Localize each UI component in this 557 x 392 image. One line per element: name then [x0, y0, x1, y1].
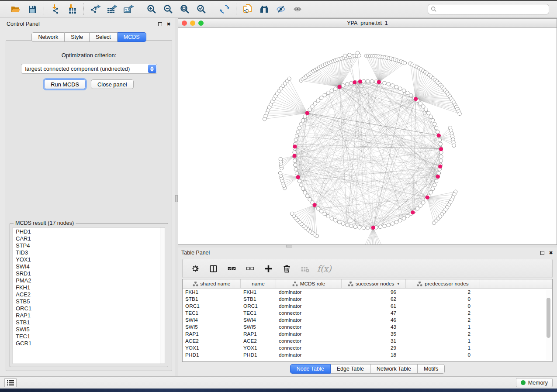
- graph-node[interactable]: [378, 225, 382, 228]
- table-row[interactable]: SWI4SWI4dominator462: [183, 316, 552, 323]
- graph-node[interactable]: [431, 187, 434, 190]
- graph-node[interactable]: [387, 223, 390, 227]
- graph-node[interactable]: [394, 220, 398, 224]
- table-row[interactable]: ACE2ACE2connector311: [183, 337, 552, 344]
- graph-node[interactable]: [398, 87, 402, 90]
- close-panel-icon[interactable]: ✖: [166, 21, 171, 27]
- graph-node[interactable]: [366, 226, 370, 230]
- gear-button[interactable]: [189, 262, 201, 275]
- mcds-result-item[interactable]: GCR1: [16, 340, 165, 347]
- zoom-selected-button[interactable]: [194, 3, 208, 16]
- graph-node[interactable]: [387, 83, 390, 86]
- graph-node[interactable]: [341, 222, 345, 225]
- mcds-hub-node[interactable]: [377, 80, 381, 84]
- optimization-criterion-select[interactable]: largest connected component (undirected): [21, 64, 157, 74]
- graph-node[interactable]: [434, 179, 438, 183]
- graph-node[interactable]: [345, 83, 349, 86]
- network-canvas[interactable]: [178, 28, 557, 244]
- graph-node[interactable]: [311, 105, 314, 108]
- graph-node[interactable]: [278, 171, 282, 175]
- graph-node[interactable]: [330, 217, 333, 220]
- graph-node[interactable]: [362, 79, 365, 83]
- mcds-result-item[interactable]: STB5: [16, 298, 165, 305]
- table-row[interactable]: PHD1PHD1dominator180: [183, 351, 552, 358]
- add-column-button[interactable]: [262, 262, 274, 275]
- graph-node[interactable]: [313, 102, 317, 105]
- graph-node[interactable]: [366, 79, 370, 83]
- export-image-button[interactable]: [121, 3, 135, 16]
- mcds-hub-node[interactable]: [426, 196, 429, 199]
- graph-node[interactable]: [434, 126, 438, 130]
- graph-node[interactable]: [337, 220, 341, 224]
- graph-node[interactable]: [290, 212, 294, 215]
- clone-network-button[interactable]: [241, 3, 255, 16]
- mcds-result-item[interactable]: PMA2: [16, 277, 165, 284]
- column-header-successor-nodes[interactable]: successor nodes▾: [342, 279, 406, 288]
- tab-motifs[interactable]: Motifs: [418, 364, 445, 374]
- graph-node[interactable]: [419, 102, 422, 105]
- graph-node[interactable]: [439, 159, 443, 162]
- export-network-button[interactable]: [88, 3, 102, 16]
- graph-node[interactable]: [362, 226, 365, 230]
- float-panel-icon[interactable]: [540, 250, 545, 255]
- graph-node[interactable]: [429, 115, 432, 118]
- graph-node[interactable]: [432, 221, 436, 225]
- import-network-button[interactable]: [48, 3, 62, 16]
- graph-node[interactable]: [305, 194, 309, 198]
- mcds-hub-node[interactable]: [338, 85, 342, 89]
- mcds-result-item[interactable]: STB1: [16, 319, 165, 326]
- scrollbar-thumb[interactable]: [547, 298, 550, 338]
- table-row[interactable]: TEC1TEC1connector472: [183, 309, 552, 316]
- mcds-result-item[interactable]: ORC1: [16, 305, 165, 312]
- graph-node[interactable]: [334, 219, 337, 222]
- graph-node[interactable]: [293, 159, 296, 162]
- column-header-MCDS-role[interactable]: MCDS role: [276, 279, 342, 288]
- float-panel-icon[interactable]: [157, 21, 163, 27]
- graph-node[interactable]: [439, 155, 443, 158]
- graph-node[interactable]: [316, 207, 320, 210]
- graph-node[interactable]: [298, 126, 301, 130]
- tab-network-table[interactable]: Network Table: [370, 364, 418, 374]
- graph-node[interactable]: [299, 122, 303, 126]
- graph-node[interactable]: [370, 79, 374, 83]
- mcds-hub-node[interactable]: [292, 154, 296, 158]
- table-row[interactable]: STB1STB1dominator620: [183, 296, 552, 303]
- graph-node[interactable]: [295, 172, 298, 175]
- graph-node[interactable]: [437, 172, 440, 175]
- column-header-shared-name[interactable]: shared name: [183, 279, 241, 288]
- graph-node[interactable]: [345, 223, 349, 227]
- graph-node[interactable]: [348, 53, 351, 57]
- mcds-result-list[interactable]: PHD1CAR1STP4TID3YOX1SWI4SRD1PMA2FKH1ACE2…: [13, 227, 165, 364]
- graph-node[interactable]: [319, 210, 323, 213]
- graph-node[interactable]: [402, 89, 405, 93]
- table-row[interactable]: YOX1YOX1connector291: [183, 344, 552, 351]
- tab-style[interactable]: Style: [65, 32, 90, 42]
- memory-button[interactable]: Memory: [516, 378, 553, 387]
- graph-node[interactable]: [458, 112, 461, 115]
- graph-node[interactable]: [349, 81, 353, 85]
- export-table-button[interactable]: [105, 3, 119, 16]
- mcds-result-item[interactable]: SWI4: [16, 263, 165, 270]
- mcds-hub-node[interactable]: [438, 165, 442, 168]
- graph-node[interactable]: [279, 157, 282, 161]
- save-session-button[interactable]: [25, 3, 39, 16]
- graph-node[interactable]: [298, 179, 301, 183]
- mcds-hub-node[interactable]: [411, 210, 415, 214]
- graph-node[interactable]: [323, 212, 326, 216]
- graph-node[interactable]: [308, 197, 311, 201]
- import-table-button[interactable]: [65, 3, 79, 16]
- graph-node[interactable]: [409, 93, 413, 97]
- graph-node[interactable]: [383, 224, 386, 227]
- mcds-result-item[interactable]: TID3: [16, 249, 165, 256]
- tab-mcds[interactable]: MCDS: [118, 32, 146, 42]
- mcds-hub-node[interactable]: [353, 80, 356, 84]
- tab-select[interactable]: Select: [90, 32, 118, 42]
- graph-node[interactable]: [301, 118, 304, 122]
- graph-node[interactable]: [326, 91, 330, 94]
- graph-node[interactable]: [358, 226, 361, 229]
- mcds-list-scrollbar[interactable]: [160, 227, 165, 364]
- column-header-name[interactable]: name: [241, 279, 276, 288]
- graph-node[interactable]: [330, 89, 333, 93]
- graph-node[interactable]: [383, 81, 386, 85]
- show-panels-list-button[interactable]: [4, 378, 17, 387]
